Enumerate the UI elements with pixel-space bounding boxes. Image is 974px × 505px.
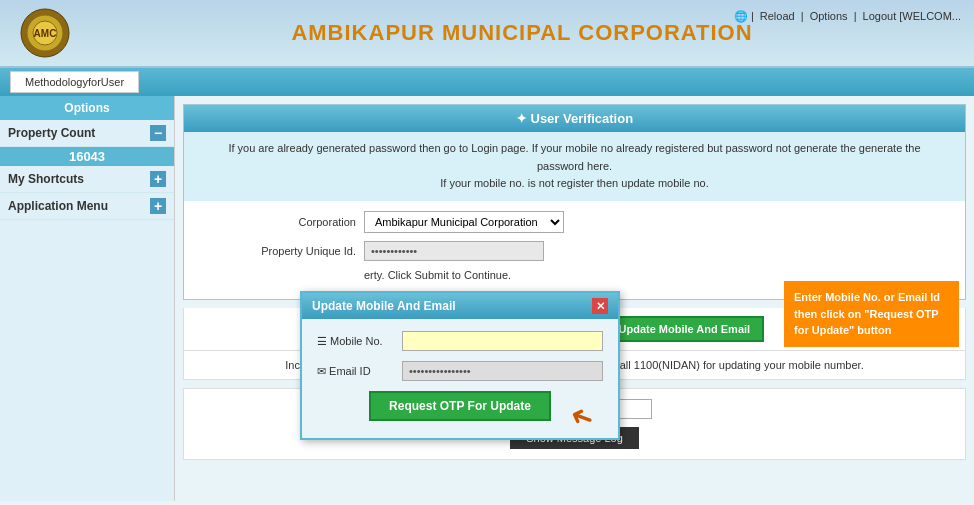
header-logo: AMC xyxy=(20,8,70,58)
info-line1: If you are already generated password th… xyxy=(204,140,945,175)
main-layout: Options Property Count − 16043 My Shortc… xyxy=(0,96,974,501)
user-verification-panel: ✦ User Verification If you are already g… xyxy=(183,104,966,300)
sidebar-options-header: Options xyxy=(0,96,174,120)
expand-appmenu-icon: + xyxy=(150,198,166,214)
property-count-value: 16043 xyxy=(0,147,174,166)
property-id-display: •••••••••••• xyxy=(364,241,544,261)
verification-info: If you are already generated password th… xyxy=(184,132,965,201)
header-nav: 🌐 | Reload | Options | Logout [WELCOM... xyxy=(734,10,964,23)
btn-update-mobile-email[interactable]: Update Mobile And Email xyxy=(605,316,765,342)
sidebar-item-application-menu[interactable]: Application Menu + xyxy=(0,193,174,220)
corporation-row: Corporation Ambikapur Municipal Corporat… xyxy=(204,211,945,233)
modal-close-button[interactable]: ✕ xyxy=(592,298,608,314)
expand-shortcuts-icon: + xyxy=(150,171,166,187)
reload-link[interactable]: Reload xyxy=(760,10,795,22)
info-line2: If your mobile no. is not register then … xyxy=(204,175,945,193)
property-id-label: Property Unique Id. xyxy=(204,245,364,257)
header-title: AMBIKAPUR MUNICIPAL CORPORATION xyxy=(90,20,954,46)
sidebar-item-property-count[interactable]: Property Count − xyxy=(0,120,174,147)
user-verification-header: ✦ User Verification xyxy=(184,105,965,132)
corporation-label: Corporation xyxy=(204,216,364,228)
modal-mobile-row: ☰ Mobile No. xyxy=(317,331,603,351)
modal-mobile-input[interactable] xyxy=(402,331,603,351)
btn-request-otp-update[interactable]: Request OTP For Update xyxy=(369,391,551,421)
collapse-icon: − xyxy=(150,125,166,141)
svg-text:AMC: AMC xyxy=(34,28,57,39)
sidebar-item-my-shortcuts[interactable]: My Shortcuts + xyxy=(0,166,174,193)
otp-instruction-row: erty. Click Submit to Continue. xyxy=(204,269,945,281)
modal-header: Update Mobile And Email ✕ xyxy=(302,293,618,319)
modal-title: Update Mobile And Email xyxy=(312,299,456,313)
logout-link[interactable]: Logout [WELCOM... xyxy=(863,10,961,22)
callout-box: Enter Mobile No. or Email Id then click … xyxy=(784,281,959,347)
otp-instruction-text: erty. Click Submit to Continue. xyxy=(364,269,511,281)
callout-text: Enter Mobile No. or Email Id then click … xyxy=(794,291,940,336)
header: AMC AMBIKAPUR MUNICIPAL CORPORATION 🌐 | … xyxy=(0,0,974,68)
options-link[interactable]: Options xyxy=(810,10,848,22)
top-bar: MethodologyforUser xyxy=(0,68,974,96)
corporation-select[interactable]: Ambikapur Municipal Corporation xyxy=(364,211,564,233)
sidebar: Options Property Count − 16043 My Shortc… xyxy=(0,96,175,501)
modal-btn-row: Request OTP For Update xyxy=(317,391,603,426)
modal-email-row: ✉ Email ID •••••••••••••••• xyxy=(317,361,603,381)
modal-mobile-label: ☰ Mobile No. xyxy=(317,335,402,348)
tab-methodologyforuser[interactable]: MethodologyforUser xyxy=(10,71,139,93)
modal-email-display: •••••••••••••••• xyxy=(402,361,603,381)
modal-email-label: ✉ Email ID xyxy=(317,365,402,378)
property-id-row: Property Unique Id. •••••••••••• xyxy=(204,241,945,261)
